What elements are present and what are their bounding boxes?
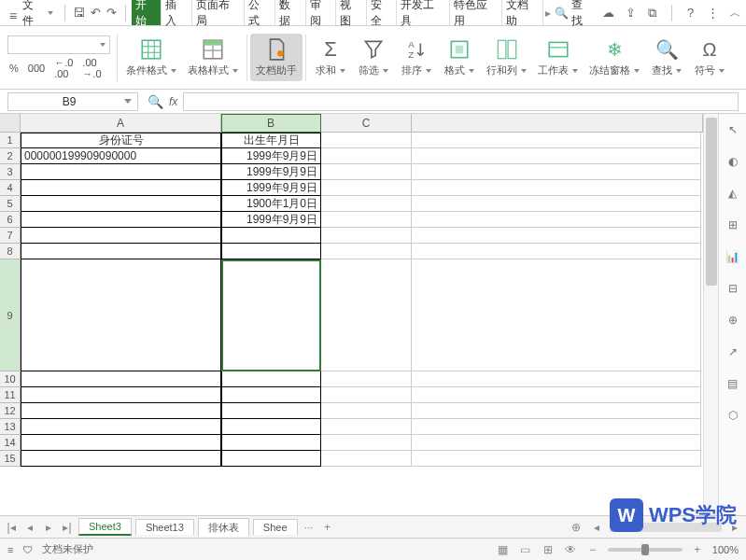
tab-formula[interactable]: 公式 <box>245 0 275 25</box>
row-header[interactable]: 9 <box>0 259 21 371</box>
col-header-b[interactable]: B <box>221 114 321 132</box>
sum-button[interactable]: Σ 求和 <box>309 34 352 81</box>
name-box[interactable]: B9 <box>7 92 138 111</box>
zoom-thumb[interactable] <box>641 544 649 555</box>
add-sheet-button[interactable]: + <box>320 520 335 535</box>
thousands-button[interactable]: 000 <box>26 56 47 80</box>
export-icon[interactable]: ↗ <box>725 343 741 360</box>
zoom-in-button[interactable]: + <box>690 542 705 557</box>
cell[interactable] <box>321 212 412 228</box>
cell[interactable] <box>321 419 412 435</box>
row-header[interactable]: 14 <box>0 435 21 451</box>
reading-mode-icon[interactable]: 👁 <box>563 542 578 557</box>
window-icon[interactable]: ⧉ <box>645 6 660 21</box>
cell[interactable] <box>21 164 221 180</box>
cell[interactable] <box>21 387 221 403</box>
sheet-nav-prev[interactable]: ◂ <box>22 520 37 535</box>
cursor-icon[interactable]: ↖ <box>725 121 741 138</box>
protect-status[interactable]: 文档未保护 <box>42 542 93 556</box>
cell-active[interactable] <box>221 259 321 371</box>
cell[interactable] <box>412 148 701 164</box>
cell[interactable] <box>412 164 701 180</box>
cell[interactable] <box>321 164 412 180</box>
cell[interactable]: 1999年9月9日 <box>221 180 321 196</box>
row-header[interactable]: 11 <box>0 387 21 403</box>
cell[interactable] <box>412 387 701 403</box>
cell[interactable] <box>221 403 321 419</box>
row-header[interactable]: 15 <box>0 451 21 467</box>
cell[interactable] <box>21 259 221 371</box>
chart-icon[interactable]: 📊 <box>725 248 741 265</box>
cell[interactable] <box>321 403 412 419</box>
cell[interactable] <box>412 228 701 244</box>
zoom-out-button[interactable]: − <box>585 542 600 557</box>
fx-label[interactable]: fx <box>169 95 177 108</box>
cell[interactable] <box>321 148 412 164</box>
sheet-nav-last[interactable]: ▸| <box>60 520 75 535</box>
row-header[interactable]: 7 <box>0 228 21 244</box>
cell[interactable] <box>21 196 221 212</box>
cell[interactable] <box>412 419 701 435</box>
more-icon[interactable]: ⋮ <box>706 6 721 21</box>
cell[interactable] <box>221 228 321 244</box>
save-icon[interactable]: 🖫 <box>71 6 86 21</box>
cells[interactable]: 身份证号出生年月日 0000001999090900001999年9月9日 19… <box>21 133 701 467</box>
fx-search-icon[interactable]: 🔍 <box>148 94 163 109</box>
cell[interactable]: 1999年9月9日 <box>221 164 321 180</box>
freeze-button[interactable]: ❄ 冻结窗格 <box>584 34 645 81</box>
cell[interactable] <box>412 371 701 387</box>
row-header[interactable]: 8 <box>0 244 21 259</box>
select-all-corner[interactable] <box>0 114 21 132</box>
cell[interactable] <box>321 180 412 196</box>
cell[interactable] <box>221 451 321 467</box>
sheet-nav-first[interactable]: |◂ <box>4 520 19 535</box>
cell[interactable] <box>412 403 701 419</box>
find-button[interactable]: 🔍 查找 <box>645 34 688 81</box>
cell[interactable] <box>412 451 701 467</box>
symbol-button[interactable]: Ω 符号 <box>688 34 731 81</box>
template-icon[interactable]: ▤ <box>725 375 741 392</box>
tab-security[interactable]: 安全 <box>367 0 398 25</box>
cell[interactable] <box>221 387 321 403</box>
rowcol-button[interactable]: 行和列 <box>481 34 532 81</box>
cell[interactable]: 出生年月日 <box>221 133 321 148</box>
file-menu[interactable]: 文件 <box>4 0 59 29</box>
cell[interactable] <box>21 212 221 228</box>
cell[interactable] <box>221 419 321 435</box>
formula-input[interactable] <box>183 92 739 111</box>
worksheet-button[interactable]: 工作表 <box>532 34 584 81</box>
tabs-overflow-icon[interactable]: ▸ <box>543 7 553 20</box>
tab-layout[interactable]: 页面布局 <box>192 0 245 25</box>
cell[interactable] <box>321 228 412 244</box>
cell[interactable] <box>221 371 321 387</box>
cell[interactable] <box>21 371 221 387</box>
widget-icon[interactable]: ⬡ <box>725 407 741 424</box>
backup-icon[interactable]: ⊕ <box>725 312 741 329</box>
cell[interactable] <box>21 435 221 451</box>
sort-button[interactable]: AZ 排序 <box>395 34 438 81</box>
cell[interactable] <box>21 451 221 467</box>
row-header[interactable]: 5 <box>0 196 21 212</box>
tab-dochelper[interactable]: 文档助 <box>502 0 543 25</box>
cloud-icon[interactable]: ☁ <box>601 6 616 21</box>
cell[interactable] <box>21 419 221 435</box>
horizontal-scrollbar[interactable] <box>610 523 722 532</box>
view-normal-icon[interactable]: ▦ <box>496 542 511 557</box>
filter-button[interactable]: 筛选 <box>352 34 395 81</box>
sheet-tab[interactable]: Shee <box>253 519 298 535</box>
shape-icon[interactable]: ◭ <box>725 185 741 202</box>
help-icon[interactable]: ? <box>683 6 698 21</box>
col-header-c[interactable]: C <box>321 114 412 132</box>
view-page-icon[interactable]: ▭ <box>518 542 533 557</box>
cell[interactable] <box>21 180 221 196</box>
cell[interactable]: 1900年1月0日 <box>221 196 321 212</box>
cell[interactable]: 身份证号 <box>21 133 221 148</box>
tab-insert[interactable]: 插入 <box>162 0 192 25</box>
row-header[interactable]: 3 <box>0 164 21 180</box>
zoom-slider[interactable] <box>608 548 683 552</box>
cell[interactable] <box>321 435 412 451</box>
row-header[interactable]: 12 <box>0 403 21 419</box>
tab-view[interactable]: 视图 <box>336 0 367 25</box>
cell[interactable]: 1999年9月9日 <box>221 148 321 164</box>
cell[interactable] <box>321 371 412 387</box>
